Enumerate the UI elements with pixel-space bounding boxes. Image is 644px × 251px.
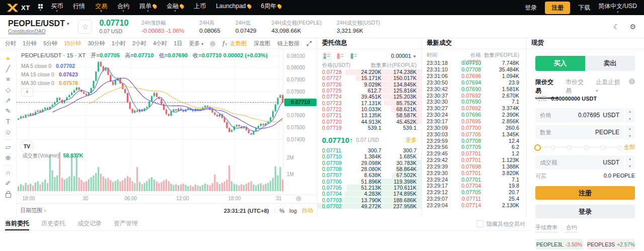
- interval-30分钟[interactable]: 30分钟: [88, 40, 105, 47]
- zoom-in-icon[interactable]: ⊕: [0, 152, 16, 163]
- drawing-lock-icon[interactable]: ✐: [0, 178, 16, 189]
- slider-dot-4[interactable]: [601, 145, 605, 150]
- nav-item-行情[interactable]: 行情▾: [73, 0, 85, 15]
- contract-link[interactable]: 合约: [566, 224, 577, 232]
- nav-item-6周年[interactable]: 6周年▾: [261, 0, 282, 15]
- bid-row[interactable]: 0.0770551.213K170.611K: [317, 185, 422, 191]
- pair-fullname-link[interactable]: ConstitutionDAO: [8, 29, 69, 34]
- apps-grid-icon[interactable]: ▾: [38, 4, 43, 12]
- bid-row[interactable]: 0.077044.283K174.895K: [317, 191, 422, 197]
- slider-dot-5[interactable]: [617, 145, 622, 150]
- hide-other-pairs-checkbox[interactable]: [476, 220, 484, 227]
- bid-row[interactable]: 0.07711300.7300.7: [317, 147, 422, 153]
- ask-row[interactable]: 0.0772439.451K125.203K: [317, 94, 422, 100]
- login-link[interactable]: 登录: [525, 4, 537, 12]
- bottom-tab-成交记录[interactable]: 成交记录: [77, 217, 102, 230]
- bid-row[interactable]: 0.0770313.790K188.686K: [317, 197, 422, 203]
- interval-5分钟[interactable]: 5分钟: [43, 40, 57, 47]
- ask-row[interactable]: 0.0772824.220K174.238K: [317, 69, 422, 75]
- nav-item-交易[interactable]: 交易▾: [95, 0, 107, 15]
- sell-tab[interactable]: 卖出: [585, 56, 635, 71]
- interval-1日[interactable]: 1日: [174, 40, 182, 47]
- ask-row[interactable]: 0.0772210.033K68.621K: [317, 106, 422, 112]
- price-step-up[interactable]: ▲: [625, 108, 635, 115]
- book-view-asks-icon[interactable]: [336, 52, 345, 60]
- bottom-tab-资产管理[interactable]: 资产管理: [114, 217, 138, 230]
- candlestick-chart[interactable]: 0.081000.080000.079000.078000.076000.075…: [16, 49, 317, 204]
- settings-gear-icon[interactable]: ⚙: [629, 23, 636, 31]
- theme-moon-icon[interactable]: ☾: [613, 23, 620, 31]
- bottom-tab-历史委托[interactable]: 历史委托: [41, 217, 65, 230]
- ask-row[interactable]: 0.07725612.7125.816K: [317, 88, 422, 94]
- register-cta-button[interactable]: 注册: [535, 186, 635, 200]
- amount-step-up[interactable]: ▲: [625, 155, 635, 162]
- qty-step-up[interactable]: ▲: [625, 125, 635, 132]
- bid-row[interactable]: 0.0770249.272K237.958K: [317, 203, 422, 209]
- bid-row[interactable]: 0.077101.384K1.685K: [317, 153, 422, 159]
- nav-item-跟单[interactable]: 跟单▾: [139, 0, 156, 15]
- qty-step-down[interactable]: ▼: [625, 133, 635, 140]
- people3l-chip[interactable]: PEOPLE3L -3.50%: [535, 239, 583, 249]
- fx-indicators-icon[interactable]: ƒx: [222, 40, 227, 47]
- amount-slider[interactable]: [535, 143, 619, 150]
- bid-row[interactable]: 0.0770929.098K30.783K: [317, 160, 422, 166]
- emoji-icon[interactable]: ☺: [0, 127, 16, 137]
- axis-settings-icon[interactable]: ◎: [296, 195, 301, 202]
- pair-selector[interactable]: PEOPLE/USDT ▾: [8, 19, 69, 28]
- slider-dot-3[interactable]: [584, 145, 589, 150]
- bid-row[interactable]: 0.0770651.896K119.398K: [317, 178, 422, 184]
- interval-分时[interactable]: 分时: [5, 40, 16, 47]
- long-position-icon[interactable]: ⇗: [0, 95, 16, 106]
- view-tab-走势图[interactable]: 走势图: [230, 40, 247, 47]
- trend-line-icon[interactable]: ╱: [0, 63, 16, 74]
- interval-1小时[interactable]: 1小时: [112, 40, 126, 47]
- book-view-bids-icon[interactable]: [349, 52, 359, 60]
- order-tab-止盈止损[interactable]: 止盈止损 ▾: [596, 78, 622, 96]
- log-scale-button[interactable]: log: [289, 208, 297, 214]
- nav-item-上币[interactable]: 上币▾: [194, 0, 206, 15]
- ask-row[interactable]: 0.0772044.913K45.452K: [317, 118, 422, 124]
- slider-all-label[interactable]: 全部: [624, 143, 635, 151]
- book-more-link[interactable]: 更多: [406, 136, 417, 144]
- indicator-target-icon[interactable]: ◎: [210, 40, 215, 47]
- xt-logo[interactable]: XT: [7, 4, 30, 12]
- precision-selector[interactable]: 0.00001 ▼: [391, 53, 417, 59]
- brush-icon[interactable]: ✎: [0, 106, 16, 116]
- download-link[interactable]: 下载: [578, 4, 590, 12]
- interval-1分钟[interactable]: 1分钟: [23, 40, 37, 47]
- info-icon[interactable]: i: [629, 78, 635, 85]
- login-cta-button[interactable]: 登录: [535, 205, 635, 218]
- date-range-button[interactable]: 日期范围 ˅: [20, 207, 46, 214]
- last-trade-price-row[interactable]: 0.07710↑ 0.07 USD 更多: [322, 133, 417, 146]
- nav-item-买币[interactable]: 买币▾: [51, 0, 63, 15]
- ask-row[interactable]: 0.07719539.1539.1: [317, 125, 422, 131]
- bid-row[interactable]: 0.0770828.080K58.864K: [317, 166, 422, 172]
- ask-row[interactable]: 0.0772715.171K150.017K: [317, 75, 422, 81]
- price-step-down[interactable]: ▼: [625, 116, 635, 123]
- language-selector[interactable]: 简体中文/USD ▾: [598, 2, 637, 13]
- ask-row[interactable]: 0.0772317.131K85.752K: [317, 100, 422, 106]
- ask-row[interactable]: 0.077269.029K134.845K: [317, 81, 422, 88]
- slider-dot-1[interactable]: [550, 145, 555, 150]
- fee-rate-link[interactable]: 手续费率: [535, 224, 557, 232]
- xabcd-pattern-icon[interactable]: ◇: [0, 85, 16, 95]
- crosshair-icon[interactable]: +: [0, 53, 16, 63]
- view-tab-链上数据[interactable]: 链上数据: [277, 40, 299, 47]
- text-icon[interactable]: T: [0, 116, 16, 127]
- magnet-icon[interactable]: ∩: [0, 168, 16, 178]
- legend-collapse-button[interactable]: ∧: [21, 88, 33, 97]
- view-tab-深度图[interactable]: 深度图: [254, 40, 270, 47]
- ruler-icon[interactable]: ▱: [0, 142, 16, 152]
- fib-retracement-icon[interactable]: ≡: [0, 74, 16, 85]
- auto-scale-button[interactable]: 自动: [302, 207, 313, 214]
- tradingview-logo[interactable]: TV: [20, 140, 34, 153]
- quantity-input[interactable]: 数量 PEOPLE: [535, 125, 624, 139]
- people3s-chip[interactable]: PEOPLE3S +2.57%: [587, 239, 635, 249]
- nav-item-金融[interactable]: 金融▾: [167, 0, 184, 15]
- price-input[interactable]: 价格 0.07695 USDT: [535, 108, 624, 122]
- interval-15分钟[interactable]: 15分钟: [64, 40, 81, 47]
- percent-scale-button[interactable]: %: [280, 208, 285, 214]
- interval-4小时[interactable]: 4小时: [153, 40, 167, 47]
- ask-row[interactable]: 0.0772113.135K58.587K: [317, 112, 422, 118]
- slider-dot-0[interactable]: [534, 144, 541, 151]
